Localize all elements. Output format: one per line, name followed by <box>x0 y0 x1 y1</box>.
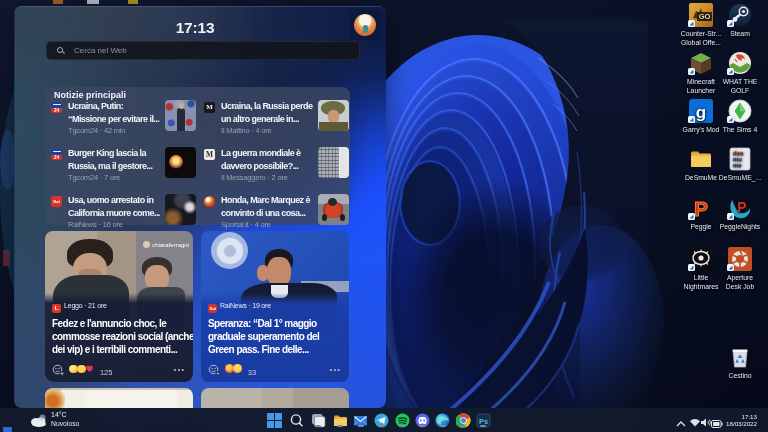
svg-text:P: P <box>737 199 746 215</box>
svg-text:me: me <box>733 162 742 168</box>
svg-text:g: g <box>696 103 706 122</box>
svg-text:GO: GO <box>699 12 711 21</box>
svg-text:P: P <box>694 197 708 220</box>
